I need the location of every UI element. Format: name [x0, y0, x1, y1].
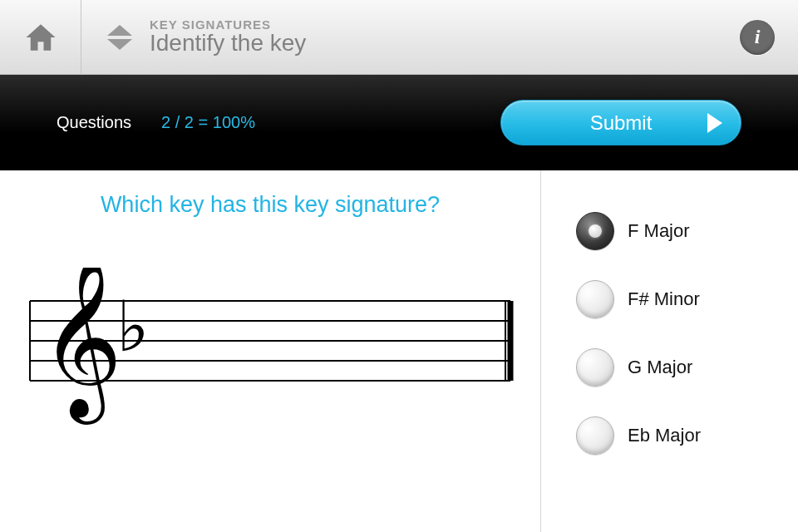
home-icon	[23, 20, 58, 55]
answer-option-1[interactable]: F# Minor	[576, 280, 798, 318]
progress-bar: Questions 2 / 2 = 100% Submit	[0, 75, 798, 170]
header-bar: KEY SIGNATURES Identify the key i	[0, 0, 798, 75]
chevron-up-icon	[107, 25, 132, 36]
chevron-down-icon	[107, 39, 132, 50]
question-prompt: Which key has this key signature?	[25, 192, 515, 218]
radio-icon	[576, 348, 614, 387]
answer-option-0[interactable]: F Major	[576, 212, 798, 250]
play-icon	[707, 113, 722, 133]
submit-label: Submit	[590, 111, 653, 135]
main-content: Which key has this key signature? 𝄞	[0, 170, 798, 532]
home-button[interactable]	[0, 0, 81, 75]
answer-option-3[interactable]: Eb Major	[576, 416, 798, 455]
submit-button[interactable]: Submit	[500, 100, 741, 145]
info-button[interactable]: i	[740, 20, 775, 55]
answer-label: G Major	[628, 357, 692, 378]
question-pane: Which key has this key signature? 𝄞	[0, 170, 541, 532]
radio-icon	[576, 416, 614, 455]
info-icon: i	[755, 26, 761, 48]
answer-label: Eb Major	[628, 425, 701, 446]
treble-clef-icon: 𝄞	[40, 268, 122, 425]
key-signature-staff: 𝄞 ♭	[25, 268, 515, 434]
answers-pane: F Major F# Minor G Major Eb Major	[541, 170, 798, 532]
questions-label: Questions	[57, 113, 131, 132]
radio-icon	[576, 212, 614, 250]
prev-next-toggle[interactable]	[96, 0, 143, 75]
questions-score: 2 / 2 = 100%	[161, 113, 255, 132]
page-title: Identify the key	[150, 30, 740, 57]
answer-label: F Major	[628, 220, 690, 242]
flat-icon: ♭	[116, 288, 150, 366]
radio-icon	[576, 280, 614, 318]
answer-label: F# Minor	[628, 288, 700, 310]
answer-option-2[interactable]: G Major	[576, 348, 798, 387]
titles: KEY SIGNATURES Identify the key	[150, 17, 740, 57]
